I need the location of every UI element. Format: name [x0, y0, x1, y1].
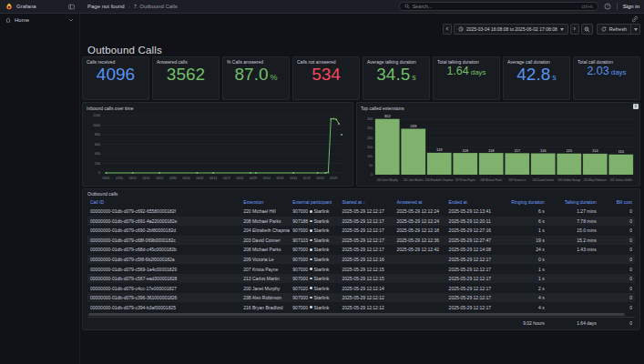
table-footer-row: 9.02 hours1.64 days0	[87, 317, 635, 328]
brand-name[interactable]: Grafana	[16, 4, 65, 9]
table-header-row: Call IDExtensionExternal participantStar…	[87, 197, 635, 207]
participant-name: Starlink	[314, 228, 330, 233]
cell-ended-at: 2025-05-29 12:14:08	[446, 247, 501, 252]
participant-logo-icon	[310, 239, 312, 242]
column-header-call-id[interactable]: Call ID	[87, 199, 240, 205]
stat-value-wrap: 87.0%	[227, 65, 285, 97]
sign-in-button[interactable]: Sign in	[623, 4, 639, 9]
cell-talking-duration: 15.0 mins	[547, 228, 599, 233]
cell-started-at: 2025-05-29 12:12:17	[339, 228, 394, 233]
column-header-answered-at[interactable]: Answered at	[394, 199, 446, 205]
panel-title[interactable]: Outbound calls	[87, 191, 635, 197]
column-header-external-participant[interactable]: External participant	[290, 199, 339, 205]
participant-name: Starlink	[314, 276, 330, 281]
column-header-bill-cost[interactable]: Bill cost	[599, 199, 635, 205]
chevron-down-icon[interactable]	[68, 17, 74, 23]
column-header-extension[interactable]: Extension	[240, 199, 290, 205]
scrollbar-thumb[interactable]	[88, 313, 625, 316]
cell-ended-at: 2025-05-29 12:12:17	[446, 305, 501, 310]
cell-ended-at: 2025-05-29 12:12:17	[446, 276, 501, 281]
stat-value: 87.0	[235, 65, 269, 85]
cell-started-at: 2025-05-29 12:12:12	[339, 305, 394, 310]
cell-ended-at: 2025-05-29 12:20:11	[446, 218, 501, 224]
panel-info-icon[interactable]: i	[633, 104, 639, 109]
cell-bill-cost: 0	[599, 247, 635, 252]
svg-text:118: 118	[462, 148, 468, 153]
column-header-ended-at[interactable]: Ended at	[446, 199, 501, 205]
svg-text:209 Victoria Le: 209 Victoria Le	[508, 178, 526, 182]
column-header-ringing-duration[interactable]: Ringing duration	[501, 199, 547, 205]
svg-text:118: 118	[488, 148, 495, 153]
refresh-button-group: Refresh	[597, 24, 640, 35]
cell-ended-at: 2025-05-29 12:27:16	[446, 228, 501, 233]
cell-answered-at: 2025-05-29 12:12:36	[394, 238, 446, 243]
search-icon	[404, 4, 410, 9]
svg-text:302: 302	[384, 114, 392, 118]
time-range-picker-button[interactable]: 2025-03-04 16:08:08 to 2025-06-02 17:08:…	[454, 24, 568, 35]
help-icon[interactable]: ?	[604, 3, 611, 10]
cell-bill-cost: 0	[599, 238, 635, 243]
svg-text:600: 600	[95, 143, 100, 147]
stat-panel-calls-answered: % Calls answered87.0%	[222, 56, 290, 100]
column-header-started-at[interactable]: Started at ↓	[339, 199, 394, 205]
participant-logo-icon	[310, 229, 312, 232]
svg-text:201 John Brooks: 201 John Brooks	[404, 178, 424, 182]
participant-name: Starlink	[314, 305, 330, 310]
cell-talking-duration: 7.78 mins	[547, 218, 599, 224]
sort-descending-icon: ↓	[362, 199, 365, 205]
cell-call-id: 00000000-01db-d079-c68f-069b0000182c	[87, 238, 240, 243]
column-header-talking-duration[interactable]: Talking duration	[547, 199, 599, 205]
svg-text:202 Joshua Griffith: 202 Joshua Griffith	[610, 178, 633, 182]
time-range-zoom-out-button[interactable]	[581, 24, 593, 35]
participant-number: 907020	[292, 286, 308, 291]
cell-answered-at: 2025-05-29 12:12:18	[394, 228, 446, 233]
cell-ringing-duration: 1 s	[501, 276, 547, 281]
participant-logo-icon	[310, 248, 312, 251]
sidebar-item-home[interactable]: Home	[0, 14, 79, 25]
cell-ringing-duration: 6 s	[501, 208, 547, 214]
participant-number: 907000	[292, 295, 308, 300]
time-range-forward-button[interactable]: ›	[570, 24, 579, 35]
refresh-icon	[601, 26, 607, 32]
stat-value: 42.8	[516, 65, 550, 85]
refresh-button[interactable]: Refresh	[597, 24, 631, 35]
svg-text:1000: 1000	[93, 124, 100, 127]
bar-chart[interactable]: 050100150200250300302200 Janet Murphy249…	[361, 111, 636, 183]
footer-talking-total: 1.64 days	[547, 320, 599, 326]
cell-extension: 220 Michael Hill	[240, 208, 290, 214]
search-input[interactable]	[413, 4, 579, 9]
table-horizontal-scrollbar	[87, 313, 635, 316]
search-box[interactable]: ctrl+k	[399, 2, 598, 11]
stats-row: Calls received4096Answered calls3562% Ca…	[82, 56, 640, 100]
sidebar-toggle-icon[interactable]	[68, 4, 75, 10]
cell-started-at: 2025-05-29 12:12:15	[339, 276, 394, 281]
cell-extension: 207 Krista Payne	[240, 267, 290, 272]
cell-ended-at: 2025-05-29 12:13:41	[446, 208, 501, 214]
stat-value-wrap: 534	[297, 65, 355, 97]
line-chart[interactable]: 02004006008001000120003/0503/1003/1503/2…	[87, 111, 349, 181]
time-range-back-button[interactable]: ‹	[443, 24, 452, 35]
cell-external-participant: 907188Starlink	[290, 218, 339, 224]
cell-ringing-duration: 4 s	[501, 305, 547, 310]
share-link-icon[interactable]	[631, 15, 639, 23]
svg-text:03/15: 03/15	[129, 177, 137, 180]
refresh-interval-dropdown[interactable]	[631, 24, 640, 35]
svg-text:116: 116	[540, 148, 547, 153]
cell-talking-duration: 15.2 mins	[547, 238, 599, 243]
breadcrumb-parent[interactable]: Page not found	[87, 4, 125, 9]
svg-text:03/30: 03/30	[169, 177, 177, 180]
svg-text:05/09: 05/09	[276, 177, 283, 180]
cell-answered-at: 2025-05-29 12:12:42	[394, 247, 446, 252]
cell-bill-cost: 0	[599, 267, 635, 272]
sidebar-item-label: Home	[15, 17, 65, 23]
cell-ringing-duration: 1 s	[501, 267, 547, 272]
cell-bill-cost: 0	[599, 257, 635, 262]
stat-value-wrap: 2.03days	[578, 65, 636, 97]
svg-text:400: 400	[95, 152, 100, 156]
grafana-logo-icon[interactable]	[5, 3, 13, 10]
caret-down-icon	[560, 28, 564, 31]
cell-call-id: 00000000-01db-d079-c567-ead300001828	[87, 276, 240, 281]
cell-ringing-duration: 1 s	[501, 228, 547, 233]
table-row: 00000000-01db-d079-c567-ead300001828213 …	[87, 274, 635, 284]
table-row: 00000000-01db-d079-c394-b3af00001825216 …	[87, 302, 635, 312]
